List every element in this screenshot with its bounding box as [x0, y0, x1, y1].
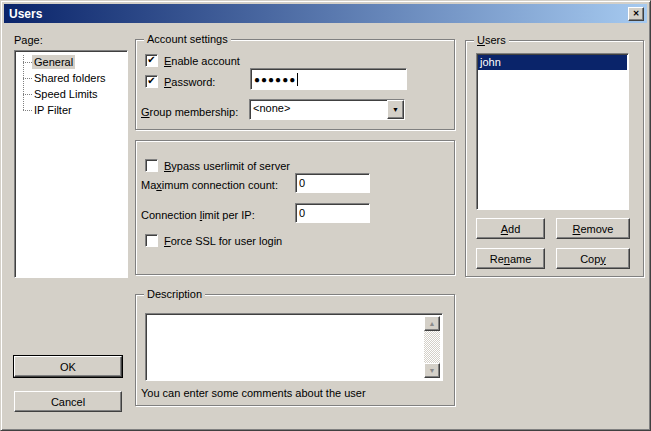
connection-limit-per-ip-input[interactable]: [295, 203, 370, 223]
rename-button[interactable]: Rename: [476, 248, 545, 269]
scroll-down-icon[interactable]: ▼: [424, 363, 440, 378]
account-settings-group: Account settings ✔ Enable account ✔ Pass…: [135, 39, 455, 130]
chevron-down-icon[interactable]: ▼: [387, 100, 404, 119]
description-hint: You can enter some comments about the us…: [141, 387, 366, 400]
scrollbar-track[interactable]: [424, 331, 440, 363]
tree-item-label: IP Filter: [32, 103, 74, 117]
users-dialog: Users ✕ Page: General Shared folders Spe…: [0, 0, 651, 431]
cancel-button[interactable]: Cancel: [14, 391, 122, 412]
users-group-title: Users: [474, 34, 509, 47]
users-list[interactable]: john: [476, 53, 629, 210]
remove-button[interactable]: Remove: [556, 218, 630, 239]
enable-account-checkbox[interactable]: ✔: [145, 54, 158, 67]
window-title: Users: [9, 7, 42, 21]
bypass-userlimit-label: Bypass userlimit of server: [164, 160, 290, 173]
tree-branch: [23, 94, 32, 95]
group-membership-select[interactable]: <none> ▼: [249, 99, 405, 120]
checkmark-icon: ✔: [147, 55, 155, 65]
password-masked-value: ●●●●●●: [254, 74, 296, 85]
text-cursor: [297, 73, 298, 86]
list-item-label: john: [480, 56, 501, 68]
password-input[interactable]: ●●●●●●: [250, 68, 407, 90]
add-button[interactable]: Add: [476, 218, 545, 239]
users-group: Users john Add Remove Rename Copy: [465, 40, 644, 277]
password-checkbox[interactable]: ✔: [145, 75, 158, 88]
description-group: Description ▲ ▼ You can enter some comme…: [135, 294, 455, 406]
tree-item-ip-filter[interactable]: IP Filter: [15, 102, 127, 118]
account-settings-title: Account settings: [144, 33, 231, 46]
force-ssl-checkbox[interactable]: ✔: [145, 234, 158, 247]
tree-branch: [23, 62, 32, 63]
titlebar[interactable]: Users ✕: [4, 4, 647, 23]
page-tree: General Shared folders Speed Limits IP F…: [14, 50, 128, 278]
max-connection-count-label: Maximum connection count:: [141, 179, 278, 192]
copy-button[interactable]: Copy: [556, 248, 630, 269]
bypass-userlimit-checkbox[interactable]: ✔: [145, 159, 158, 172]
group-membership-value: <none>: [250, 100, 387, 119]
tree-item-shared-folders[interactable]: Shared folders: [15, 70, 127, 86]
tree-item-general[interactable]: General: [15, 54, 127, 70]
close-icon[interactable]: ✕: [628, 7, 644, 21]
force-ssl-label: Force SSL for user login: [164, 235, 282, 248]
scroll-up-icon[interactable]: ▲: [424, 316, 440, 331]
page-label: Page:: [14, 34, 43, 47]
checkmark-icon: ✔: [147, 76, 155, 86]
list-item-john[interactable]: john: [478, 55, 627, 70]
tree-item-speed-limits[interactable]: Speed Limits: [15, 86, 127, 102]
password-label: Password:: [164, 76, 215, 89]
connection-settings-group: ✔ Bypass userlimit of server Maximum con…: [135, 140, 455, 275]
tree-branch: [23, 78, 32, 79]
description-textarea[interactable]: ▲ ▼: [145, 313, 443, 381]
tree-item-label: Shared folders: [32, 71, 108, 85]
tree-branch: [23, 110, 32, 111]
description-title: Description: [144, 288, 205, 301]
description-scrollbar[interactable]: ▲ ▼: [424, 316, 440, 378]
tree-item-label: General: [32, 55, 75, 69]
max-connection-count-input[interactable]: [295, 173, 370, 193]
enable-account-label: Enable account: [164, 55, 240, 68]
group-membership-label: Group membership:: [141, 106, 238, 119]
tree-item-label: Speed Limits: [32, 87, 100, 101]
ok-button[interactable]: OK: [14, 356, 122, 377]
connection-limit-per-ip-label: Connection limit per IP:: [141, 209, 255, 222]
